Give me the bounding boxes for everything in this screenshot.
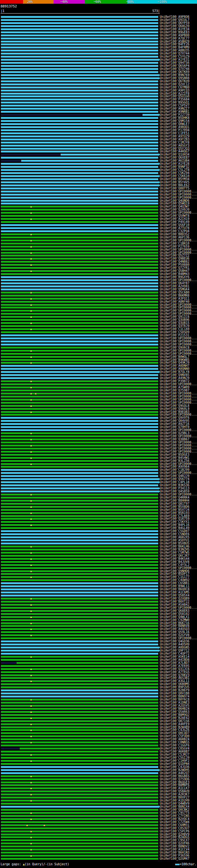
alignment-bar[interactable]	[1, 503, 158, 505]
alignment-bar[interactable]	[1, 842, 158, 844]
hit-label[interactable]: UniRef100_Q2GM47	[160, 857, 189, 860]
alignment-bar[interactable]	[1, 855, 158, 857]
alignment-bar[interactable]	[1, 619, 158, 621]
alignment-bar[interactable]	[1, 319, 158, 321]
alignment-bar[interactable]	[1, 451, 158, 453]
alignment-bar[interactable]	[1, 754, 158, 755]
alignment-bar[interactable]	[1, 683, 158, 685]
alignment-bar[interactable]	[1, 552, 158, 554]
alignment-bar[interactable]	[1, 249, 158, 251]
alignment-bar[interactable]	[1, 518, 158, 520]
alignment-bar[interactable]	[1, 800, 158, 802]
alignment-bar[interactable]	[1, 56, 158, 58]
alignment-bar[interactable]	[1, 350, 158, 352]
alignment-bar[interactable]	[1, 380, 158, 382]
alignment-bar[interactable]	[1, 561, 158, 563]
alignment-bar[interactable]	[1, 790, 158, 792]
alignment-bar[interactable]	[1, 53, 158, 55]
alignment-bar[interactable]	[1, 757, 158, 759]
alignment-bar[interactable]	[1, 169, 158, 171]
alignment-bar[interactable]	[1, 708, 158, 710]
alignment-bar[interactable]	[1, 809, 158, 811]
alignment-bar[interactable]	[1, 524, 158, 526]
alignment-bar[interactable]	[1, 515, 158, 517]
alignment-bar[interactable]	[1, 304, 158, 306]
alignment-bar[interactable]	[1, 549, 158, 551]
alignment-bar[interactable]	[1, 215, 158, 217]
alignment-bar[interactable]	[1, 463, 158, 465]
alignment-bar[interactable]	[1, 145, 158, 147]
alignment-bar[interactable]	[1, 377, 158, 379]
alignment-bar[interactable]	[1, 680, 158, 682]
alignment-bar[interactable]	[1, 539, 158, 541]
alignment-bar[interactable]	[1, 644, 158, 645]
alignment-bar[interactable]	[1, 255, 158, 256]
alignment-bar[interactable]	[1, 359, 158, 361]
alignment-bar[interactable]	[1, 81, 158, 82]
alignment-bar[interactable]	[1, 298, 158, 300]
alignment-bar[interactable]	[1, 209, 158, 211]
alignment-bar[interactable]	[61, 154, 158, 155]
alignment-bar[interactable]	[1, 494, 158, 495]
alignment-bar[interactable]	[1, 102, 158, 103]
alignment-bar[interactable]	[1, 307, 158, 309]
alignment-bar[interactable]	[1, 34, 158, 36]
alignment-bar[interactable]	[1, 622, 158, 624]
alignment-bar[interactable]	[1, 393, 158, 395]
alignment-bar[interactable]	[1, 414, 158, 416]
alignment-bar[interactable]	[1, 613, 158, 615]
alignment-bar[interactable]	[1, 356, 158, 358]
alignment-bar[interactable]	[1, 200, 158, 202]
alignment-bar[interactable]	[1, 555, 158, 557]
alignment-bar[interactable]	[1, 741, 158, 743]
alignment-bar[interactable]	[1, 95, 158, 97]
alignment-bar[interactable]	[17, 662, 158, 664]
alignment-bar[interactable]	[1, 671, 158, 673]
alignment-bar[interactable]	[1, 595, 158, 596]
alignment-bar[interactable]	[1, 570, 158, 572]
alignment-bar[interactable]	[142, 114, 158, 116]
alignment-bar[interactable]	[1, 402, 158, 404]
alignment-bar[interactable]	[1, 411, 158, 413]
alignment-bar[interactable]	[1, 616, 158, 618]
alignment-bar[interactable]	[1, 797, 158, 798]
alignment-bar[interactable]	[1, 521, 158, 523]
alignment-bar[interactable]	[1, 19, 158, 21]
alignment-bar[interactable]	[1, 852, 158, 854]
alignment-bar[interactable]	[1, 258, 158, 259]
alignment-bar[interactable]	[1, 240, 158, 241]
alignment-bar[interactable]	[1, 488, 158, 489]
alignment-bar[interactable]	[1, 457, 158, 459]
alignment-bar[interactable]	[1, 68, 158, 70]
alignment-bar[interactable]	[1, 43, 158, 45]
alignment-bar[interactable]	[1, 772, 158, 774]
alignment-bar[interactable]	[1, 386, 158, 388]
alignment-bar[interactable]	[1, 815, 158, 817]
alignment-bar[interactable]	[1, 396, 158, 398]
alignment-bar[interactable]	[1, 22, 158, 24]
alignment-bar[interactable]	[1, 90, 158, 91]
alignment-bar[interactable]	[1, 650, 158, 652]
alignment-bar[interactable]	[1, 224, 158, 226]
alignment-bar[interactable]	[1, 714, 158, 716]
alignment-bar[interactable]	[1, 344, 158, 345]
alignment-bar[interactable]	[1, 533, 158, 535]
alignment-bar[interactable]	[1, 194, 158, 195]
alignment-bar[interactable]	[1, 647, 158, 648]
alignment-bar[interactable]	[1, 243, 158, 245]
alignment-bar[interactable]	[1, 806, 158, 808]
alignment-bar[interactable]	[1, 120, 158, 122]
alignment-bar[interactable]	[1, 460, 158, 462]
alignment-bar[interactable]	[1, 812, 158, 814]
alignment-bar[interactable]	[1, 653, 158, 655]
alignment-bar[interactable]	[1, 347, 158, 348]
alignment-bar[interactable]	[1, 279, 158, 281]
alignment-bar[interactable]	[1, 197, 158, 198]
alignment-bar[interactable]	[1, 839, 158, 841]
alignment-bar[interactable]	[1, 50, 158, 52]
alignment-bar[interactable]	[1, 285, 158, 287]
alignment-bar[interactable]	[1, 689, 158, 691]
alignment-bar[interactable]	[1, 291, 158, 293]
alignment-bar[interactable]	[1, 668, 158, 670]
alignment-bar[interactable]	[1, 383, 158, 385]
